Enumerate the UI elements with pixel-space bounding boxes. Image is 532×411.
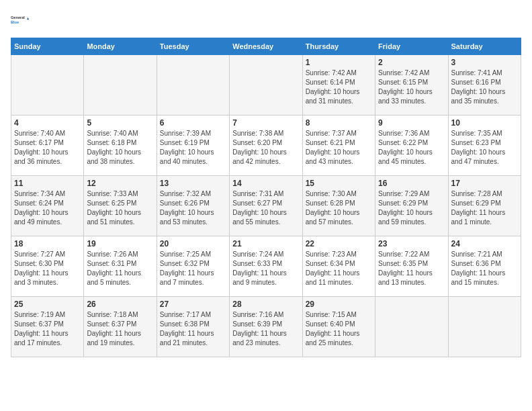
- calendar-cell: 26Sunrise: 7:18 AM Sunset: 6:37 PM Dayli…: [84, 297, 157, 357]
- day-info: Sunrise: 7:37 AM Sunset: 6:21 PM Dayligh…: [306, 129, 372, 167]
- calendar-cell: [11, 55, 84, 116]
- calendar-cell: 19Sunrise: 7:26 AM Sunset: 6:31 PM Dayli…: [84, 236, 157, 297]
- day-info: Sunrise: 7:36 AM Sunset: 6:22 PM Dayligh…: [378, 129, 445, 167]
- calendar-cell: 5Sunrise: 7:40 AM Sunset: 6:18 PM Daylig…: [84, 116, 157, 176]
- day-number: 20: [160, 239, 226, 248]
- day-info: Sunrise: 7:30 AM Sunset: 6:28 PM Dayligh…: [306, 189, 372, 227]
- week-row-5: 25Sunrise: 7:19 AM Sunset: 6:37 PM Dayli…: [11, 297, 521, 357]
- weekday-header-tuesday: Tuesday: [157, 38, 229, 55]
- calendar-cell: 7Sunrise: 7:38 AM Sunset: 6:20 PM Daylig…: [230, 116, 302, 176]
- day-info: Sunrise: 7:42 AM Sunset: 6:15 PM Dayligh…: [378, 68, 445, 106]
- day-info: Sunrise: 7:17 AM Sunset: 6:38 PM Dayligh…: [160, 310, 226, 348]
- calendar-cell: 13Sunrise: 7:32 AM Sunset: 6:26 PM Dayli…: [157, 176, 229, 236]
- day-info: Sunrise: 7:21 AM Sunset: 6:36 PM Dayligh…: [451, 250, 518, 287]
- day-number: 8: [306, 118, 372, 128]
- day-number: 14: [232, 179, 299, 188]
- day-number: 22: [306, 239, 372, 248]
- calendar-cell: 29Sunrise: 7:15 AM Sunset: 6:40 PM Dayli…: [302, 297, 375, 357]
- day-number: 21: [232, 239, 299, 248]
- day-info: Sunrise: 7:40 AM Sunset: 6:18 PM Dayligh…: [87, 129, 153, 167]
- week-row-3: 11Sunrise: 7:34 AM Sunset: 6:24 PM Dayli…: [11, 176, 521, 236]
- day-info: Sunrise: 7:39 AM Sunset: 6:19 PM Dayligh…: [160, 129, 226, 167]
- day-number: 7: [232, 118, 299, 128]
- logo: GeneralBlue: [11, 11, 30, 30]
- day-number: 9: [378, 118, 445, 128]
- day-number: 11: [14, 179, 81, 188]
- day-info: Sunrise: 7:23 AM Sunset: 6:34 PM Dayligh…: [306, 250, 372, 287]
- day-number: 13: [160, 179, 226, 188]
- calendar-cell: [375, 297, 448, 357]
- calendar-cell: 12Sunrise: 7:33 AM Sunset: 6:25 PM Dayli…: [84, 176, 157, 236]
- logo-icon: GeneralBlue: [11, 11, 30, 30]
- day-number: 10: [451, 118, 518, 128]
- day-number: 28: [232, 300, 299, 309]
- day-number: 2: [378, 58, 445, 67]
- day-info: Sunrise: 7:40 AM Sunset: 6:17 PM Dayligh…: [14, 129, 81, 167]
- calendar-cell: [157, 55, 229, 116]
- calendar-cell: 11Sunrise: 7:34 AM Sunset: 6:24 PM Dayli…: [11, 176, 84, 236]
- weekday-header-wednesday: Wednesday: [230, 38, 302, 55]
- svg-marker-3: [27, 17, 29, 19]
- week-row-4: 18Sunrise: 7:27 AM Sunset: 6:30 PM Dayli…: [11, 236, 521, 297]
- day-info: Sunrise: 7:35 AM Sunset: 6:23 PM Dayligh…: [451, 129, 518, 167]
- day-info: Sunrise: 7:18 AM Sunset: 6:37 PM Dayligh…: [87, 310, 153, 348]
- day-number: 27: [160, 300, 226, 309]
- day-number: 3: [451, 58, 518, 67]
- day-info: Sunrise: 7:34 AM Sunset: 6:24 PM Dayligh…: [14, 189, 81, 227]
- day-number: 23: [378, 239, 445, 248]
- day-number: 4: [14, 118, 81, 128]
- calendar-cell: 6Sunrise: 7:39 AM Sunset: 6:19 PM Daylig…: [157, 116, 229, 176]
- day-info: Sunrise: 7:29 AM Sunset: 6:29 PM Dayligh…: [378, 189, 445, 227]
- calendar-cell: 2Sunrise: 7:42 AM Sunset: 6:15 PM Daylig…: [375, 55, 448, 116]
- day-info: Sunrise: 7:42 AM Sunset: 6:14 PM Dayligh…: [306, 68, 372, 106]
- calendar-cell: [230, 55, 302, 116]
- calendar-cell: 10Sunrise: 7:35 AM Sunset: 6:23 PM Dayli…: [448, 116, 521, 176]
- day-info: Sunrise: 7:24 AM Sunset: 6:33 PM Dayligh…: [232, 250, 299, 287]
- day-number: 18: [14, 239, 81, 248]
- calendar-cell: [448, 297, 521, 357]
- header: GeneralBlue: [11, 11, 521, 30]
- day-info: Sunrise: 7:19 AM Sunset: 6:37 PM Dayligh…: [14, 310, 81, 348]
- calendar-cell: 15Sunrise: 7:30 AM Sunset: 6:28 PM Dayli…: [302, 176, 375, 236]
- calendar-cell: 3Sunrise: 7:41 AM Sunset: 6:16 PM Daylig…: [448, 55, 521, 116]
- calendar-cell: 25Sunrise: 7:19 AM Sunset: 6:37 PM Dayli…: [11, 297, 84, 357]
- weekday-header-saturday: Saturday: [448, 38, 521, 55]
- calendar-cell: 24Sunrise: 7:21 AM Sunset: 6:36 PM Dayli…: [448, 236, 521, 297]
- calendar-cell: 28Sunrise: 7:16 AM Sunset: 6:39 PM Dayli…: [230, 297, 302, 357]
- weekday-header-thursday: Thursday: [302, 38, 375, 55]
- day-info: Sunrise: 7:16 AM Sunset: 6:39 PM Dayligh…: [232, 310, 299, 348]
- day-number: 5: [87, 118, 153, 128]
- calendar-cell: 14Sunrise: 7:31 AM Sunset: 6:27 PM Dayli…: [230, 176, 302, 236]
- calendar-table: SundayMondayTuesdayWednesdayThursdayFrid…: [11, 38, 521, 357]
- day-number: 1: [306, 58, 372, 67]
- weekday-header-sunday: Sunday: [11, 38, 84, 55]
- svg-text:Blue: Blue: [11, 20, 19, 24]
- weekday-header-monday: Monday: [84, 38, 157, 55]
- weekday-header-row: SundayMondayTuesdayWednesdayThursdayFrid…: [11, 38, 521, 55]
- day-info: Sunrise: 7:28 AM Sunset: 6:29 PM Dayligh…: [451, 189, 518, 227]
- calendar-cell: 23Sunrise: 7:22 AM Sunset: 6:35 PM Dayli…: [375, 236, 448, 297]
- calendar-cell: 22Sunrise: 7:23 AM Sunset: 6:34 PM Dayli…: [302, 236, 375, 297]
- week-row-1: 1Sunrise: 7:42 AM Sunset: 6:14 PM Daylig…: [11, 55, 521, 116]
- day-info: Sunrise: 7:15 AM Sunset: 6:40 PM Dayligh…: [306, 310, 372, 348]
- week-row-2: 4Sunrise: 7:40 AM Sunset: 6:17 PM Daylig…: [11, 116, 521, 176]
- day-number: 25: [14, 300, 81, 309]
- calendar-cell: 9Sunrise: 7:36 AM Sunset: 6:22 PM Daylig…: [375, 116, 448, 176]
- calendar-cell: 16Sunrise: 7:29 AM Sunset: 6:29 PM Dayli…: [375, 176, 448, 236]
- day-number: 15: [306, 179, 372, 188]
- calendar-cell: 21Sunrise: 7:24 AM Sunset: 6:33 PM Dayli…: [230, 236, 302, 297]
- calendar-cell: 1Sunrise: 7:42 AM Sunset: 6:14 PM Daylig…: [302, 55, 375, 116]
- day-info: Sunrise: 7:38 AM Sunset: 6:20 PM Dayligh…: [232, 129, 299, 167]
- day-number: 26: [87, 300, 153, 309]
- calendar-cell: 27Sunrise: 7:17 AM Sunset: 6:38 PM Dayli…: [157, 297, 229, 357]
- calendar-cell: 8Sunrise: 7:37 AM Sunset: 6:21 PM Daylig…: [302, 116, 375, 176]
- day-number: 24: [451, 239, 518, 248]
- svg-text:General: General: [11, 15, 25, 19]
- calendar-cell: 17Sunrise: 7:28 AM Sunset: 6:29 PM Dayli…: [448, 176, 521, 236]
- day-info: Sunrise: 7:25 AM Sunset: 6:32 PM Dayligh…: [160, 250, 226, 287]
- day-info: Sunrise: 7:31 AM Sunset: 6:27 PM Dayligh…: [232, 189, 299, 227]
- calendar-cell: 18Sunrise: 7:27 AM Sunset: 6:30 PM Dayli…: [11, 236, 84, 297]
- day-number: 19: [87, 239, 153, 248]
- weekday-header-friday: Friday: [375, 38, 448, 55]
- calendar-cell: 20Sunrise: 7:25 AM Sunset: 6:32 PM Dayli…: [157, 236, 229, 297]
